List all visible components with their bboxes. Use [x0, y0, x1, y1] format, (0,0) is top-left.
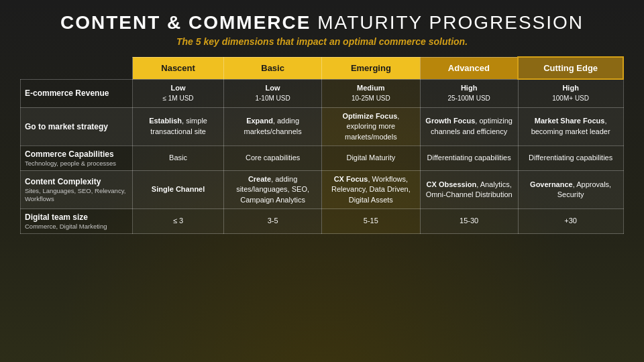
main-container: CONTENT & COMMERCE MATURITY PROGRESSION … [0, 0, 644, 241]
cell-advanced: High25-100M USD [420, 79, 518, 107]
th-emerging: Emerging [322, 57, 420, 79]
th-advanced: Advanced [420, 57, 518, 79]
table-row: Commerce CapabilitiesTechnology, people … [21, 145, 624, 170]
cell-basic: 3-5 [223, 209, 321, 234]
header-row: Nascent Basic Emerging Advanced Cutting … [21, 57, 624, 79]
page-subtitle: The 5 key dimensions that impact an opti… [20, 36, 624, 47]
cell-emerging: 5-15 [322, 209, 420, 234]
cell-basic: Core capabilities [223, 145, 321, 170]
table-row: Content ComplexitySites, Languages, SEO,… [21, 170, 624, 208]
th-basic: Basic [223, 57, 321, 79]
cell-emerging: Digital Maturity [322, 145, 420, 170]
cell-emerging: Optimize Focus, exploring more markets/m… [322, 107, 420, 145]
cell-advanced: Growth Focus, optimizing channels and ef… [420, 107, 518, 145]
th-cutting: Cutting Edge [518, 57, 623, 79]
cell-nascent: ≤ 3 [133, 209, 224, 234]
cell-cutting: Market Share Focus, becoming market lead… [518, 107, 623, 145]
cell-advanced: CX Obsession, Analytics, Omni-Channel Di… [420, 170, 518, 208]
row-label: Go to market strategy [21, 107, 133, 145]
cell-nascent: Low≤ 1M USD [133, 79, 224, 107]
cell-nascent: Basic [133, 145, 224, 170]
cell-emerging: Medium10-25M USD [322, 79, 420, 107]
maturity-table: Nascent Basic Emerging Advanced Cutting … [20, 56, 624, 234]
row-label: Commerce CapabilitiesTechnology, people … [21, 145, 133, 170]
table-row: E-commerce RevenueLow≤ 1M USDLow1-10M US… [21, 79, 624, 107]
cell-cutting: Governance, Approvals, Security [518, 170, 623, 208]
cell-basic: Create, adding sites/languages, SEO, Cam… [223, 170, 321, 208]
row-label: Content ComplexitySites, Languages, SEO,… [21, 170, 133, 208]
cell-cutting: +30 [518, 209, 623, 234]
table-row: Go to market strategyEstablish, simple t… [21, 107, 624, 145]
cell-cutting: Differentiating capabilities [518, 145, 623, 170]
row-label: Digital team sizeCommerce, Digital Marke… [21, 209, 133, 234]
title-light: MATURITY PROGRESSION [311, 12, 584, 33]
cell-cutting: High100M+ USD [518, 79, 623, 107]
cell-nascent: Single Channel [133, 170, 224, 208]
cell-nascent: Establish, simple transactional site [133, 107, 224, 145]
page-title: CONTENT & COMMERCE MATURITY PROGRESSION [20, 12, 624, 34]
cell-emerging: CX Focus, Workflows, Relevancy, Data Dri… [322, 170, 420, 208]
table-row: Digital team sizeCommerce, Digital Marke… [21, 209, 624, 234]
row-label: E-commerce Revenue [21, 79, 133, 107]
cell-advanced: Differentiating capabilities [420, 145, 518, 170]
cell-basic: Low1-10M USD [223, 79, 321, 107]
th-empty [21, 57, 133, 79]
th-nascent: Nascent [133, 57, 224, 79]
title-bold: CONTENT & COMMERCE [60, 12, 311, 33]
table-body: E-commerce RevenueLow≤ 1M USDLow1-10M US… [21, 79, 624, 234]
cell-advanced: 15-30 [420, 209, 518, 234]
cell-basic: Expand, adding markets/channels [223, 107, 321, 145]
